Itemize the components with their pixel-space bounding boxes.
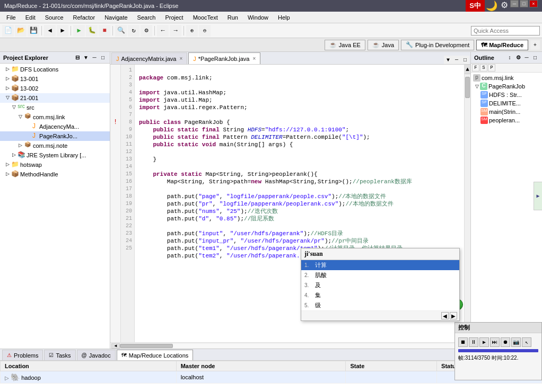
toolbar-collapse[interactable]: ⊖ [199,25,211,37]
maximize-button[interactable]: □ [520,0,528,7]
editor-tab-menu[interactable]: ▼ [444,56,452,64]
pe-maximize[interactable]: □ [99,54,107,61]
toolbar-back[interactable]: ◀ [44,25,56,37]
toolbar-prev-edit[interactable]: ← [157,25,169,37]
toolbar-next-edit[interactable]: → [170,25,181,37]
outline-maximize[interactable]: □ [531,54,539,61]
toolbar-refresh[interactable]: ↻ [128,25,139,37]
persp-plugin[interactable]: 🔧 Plug-in Development [401,40,474,50]
outline-hide-static[interactable]: S [480,64,487,72]
menu-project[interactable]: Project [161,13,187,22]
menu-window[interactable]: Window [243,13,273,22]
tree-item-hotswap[interactable]: ▷ 📁 hotswap [0,160,110,170]
toolbar-expand[interactable]: ⊕ [186,25,198,37]
close-button[interactable]: × [529,0,538,7]
pe-minimize[interactable]: ─ [91,54,98,61]
toolbar-debug[interactable]: 🐛 [86,25,98,37]
ctrl-next[interactable]: ⏭ [490,337,500,347]
toolbar-fwd[interactable]: ▶ [57,25,68,37]
outline-item-main[interactable]: SM main(Strin... [471,108,542,116]
outline-minimize[interactable]: ─ [523,54,530,61]
ctrl-pause[interactable]: ⏸ [469,337,478,347]
tab-javadoc[interactable]: @ Javadoc [77,350,116,360]
outline-filter[interactable]: ⚙ [514,54,522,61]
menu-run[interactable]: Run [223,13,242,22]
toolbar-save[interactable]: 💾 [28,25,39,37]
ctrl-stop[interactable]: ⏹ [458,337,468,347]
tree-item-methodhandle[interactable]: ▷ 📦 MethodHandle [0,170,110,179]
outline-item-peoplerank[interactable]: SM peopleran... [471,116,542,124]
tree-item-dfs[interactable]: ▷ 📁 DFS Locations [0,65,110,74]
tree-toggle-dfs[interactable]: ▷ [4,66,11,73]
ac-nav-down[interactable]: ▶ [450,312,457,319]
editor-maximize[interactable]: □ [461,56,469,64]
toolbar-more1[interactable]: ⚙ [141,25,152,37]
tree-item-src[interactable]: ▽ src src [0,103,110,112]
tree-toggle-pkg-note[interactable]: ▷ [17,142,23,149]
editor-vscrollbar[interactable]: ▲ ▼ [464,65,470,342]
tab-problems[interactable]: ⚠ Problems [2,350,43,360]
outline-item-delim[interactable]: SF DELIMITE... [471,99,542,108]
tree-item-adjacency[interactable]: J AdjacencyMa... [0,122,110,131]
expand-arrow[interactable]: ▷ [5,375,9,381]
toolbar-new[interactable]: 📄 [2,25,14,37]
ctrl-rec[interactable]: ⏺ [501,337,510,347]
outline-hide-fields[interactable]: F [472,64,479,72]
close-tab-pr[interactable]: × [252,56,256,61]
tab-pagerank[interactable]: J *PageRankJob.java × [188,52,260,64]
tab-tasks[interactable]: ☑ Tasks [44,350,75,360]
tree-toggle-jre[interactable]: ▷ [11,152,17,158]
persp-java[interactable]: ☕ Java [368,40,399,50]
persp-javaee[interactable]: ☕ Java EE [325,40,365,50]
right-side-panel[interactable]: ▶ [534,182,542,210]
outline-hide-nonpub[interactable]: P [488,64,495,72]
toolbar-search2[interactable]: 🔍 [115,25,127,37]
menu-source[interactable]: Source [41,13,68,22]
ctrl-play[interactable]: ▶ [479,337,489,347]
autocomplete-item-4[interactable]: 4. 集 [301,290,459,300]
outline-item-class[interactable]: ▽ C PageRankJob [471,82,542,91]
editor-minimize[interactable]: ─ [452,56,461,64]
menu-navigate[interactable]: Navigate [100,13,132,22]
quick-access-input[interactable] [471,26,540,35]
tree-toggle-13001[interactable]: ▷ [4,76,11,82]
toolbar-run[interactable]: ▶ [73,25,85,37]
menu-help[interactable]: Help [274,13,294,22]
tab-mapreduce[interactable]: 🗺 Map/Reduce Locations [117,350,194,360]
toolbar-open[interactable]: 📂 [15,25,27,37]
menu-file[interactable]: File [2,13,20,22]
persp-mapreduce[interactable]: 🗺 Map/Reduce [476,40,528,50]
close-tab-adj[interactable]: × [179,56,182,61]
menu-mooctext[interactable]: MoocText [189,13,222,22]
editor-area[interactable]: ! 1 2 3 4 5 6 7 8 9 10 11 12 13 [110,65,470,342]
ctrl-cursor[interactable]: ↖ [522,337,531,347]
menu-search[interactable]: Search [133,13,160,22]
ac-nav-up[interactable]: ◀ [441,312,449,319]
autocomplete-item-2[interactable]: 2. 肌酸 [301,270,459,280]
tree-item-13001[interactable]: ▷ 📦 13-001 [0,74,110,84]
pe-menu[interactable]: ▼ [82,54,90,61]
scroll-thumb[interactable] [465,77,470,98]
autocomplete-item-1[interactable]: 1. 计算 [301,260,459,270]
tree-item-package-note[interactable]: ▷ 📦 com.msj.note [0,141,110,150]
tree-toggle-13002[interactable]: ▷ [4,85,11,92]
tree-item-21001[interactable]: ▽ 📦 21-001 [0,93,110,103]
tree-item-jre[interactable]: ▷ 📚 JRE System Library [... [0,150,110,160]
outline-item-package[interactable]: p com.msj.link [471,74,542,82]
tree-toggle-hotswap[interactable]: ▷ [4,162,11,168]
tab-adjacency[interactable]: J AdjacencyMatrix.java × [111,52,187,64]
open-persp-button[interactable]: + [530,40,540,50]
tree-toggle-pkg-link[interactable]: ▽ [17,114,23,120]
editor-hscrollbar[interactable]: ◀ ▶ [110,342,470,349]
tree-item-pagerank[interactable]: J PageRankJo... [0,131,110,141]
pe-collapse-all[interactable]: ⊟ [74,54,81,61]
autocomplete-item-3[interactable]: 3. 及 [301,280,459,290]
outline-sort[interactable]: ↕ [506,54,513,61]
tree-item-package-link[interactable]: ▽ 📦 com.msj.link [0,112,110,122]
hscroll-left[interactable]: ◀ [111,343,120,349]
autocomplete-item-5[interactable]: 5. 级 [301,300,459,310]
outline-item-hdfs[interactable]: SF HDFS : Str... [471,91,542,99]
scroll-up-arrow[interactable]: ▲ [465,65,470,74]
menu-edit[interactable]: Edit [21,13,40,22]
toolbar-stop[interactable]: ■ [99,25,110,37]
